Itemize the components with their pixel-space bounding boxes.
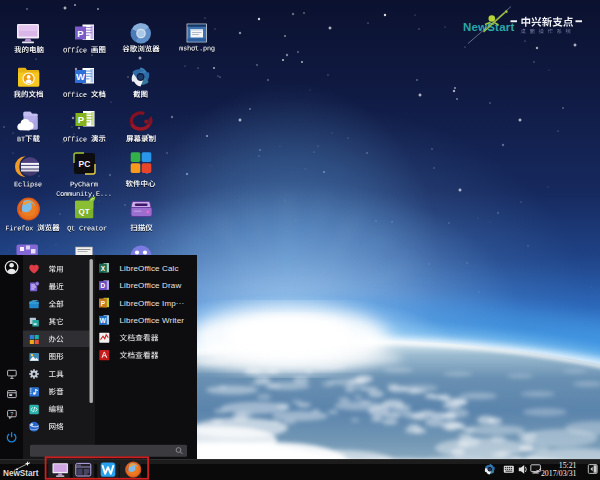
svg-text:PC: PC bbox=[79, 159, 91, 169]
svg-text:LibreOffice Calc: LibreOffice Calc bbox=[120, 264, 179, 273]
svg-text:P: P bbox=[78, 114, 85, 125]
svg-text:2017/03/31: 2017/03/31 bbox=[541, 469, 577, 478]
svg-text:W: W bbox=[76, 71, 85, 82]
svg-text:W: W bbox=[100, 317, 107, 324]
svg-text:P: P bbox=[77, 28, 84, 39]
svg-text:LibreOffice Writer: LibreOffice Writer bbox=[120, 316, 185, 325]
svg-text:NewStart: NewStart bbox=[3, 469, 39, 478]
svg-text:LibreOffice Imp···: LibreOffice Imp··· bbox=[120, 299, 185, 308]
svg-text:X: X bbox=[101, 265, 106, 272]
svg-text:?: ? bbox=[10, 411, 13, 417]
svg-text:D: D bbox=[101, 282, 106, 289]
svg-text:LibreOffice Draw: LibreOffice Draw bbox=[120, 281, 182, 290]
svg-text:P: P bbox=[101, 300, 106, 307]
svg-text:QT: QT bbox=[78, 207, 89, 216]
